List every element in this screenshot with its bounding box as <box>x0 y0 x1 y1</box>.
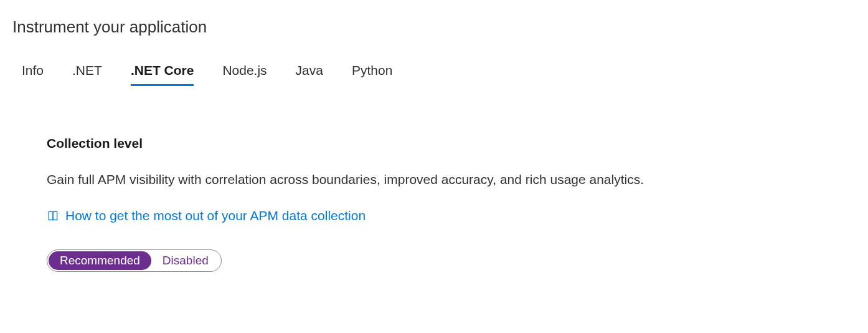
collection-level-section: Collection level Gain full APM visibilit… <box>47 136 856 272</box>
tab-net-core[interactable]: .NET Core <box>131 63 194 86</box>
page-title: Instrument your application <box>12 17 856 37</box>
toggle-recommended[interactable]: Recommended <box>49 251 151 270</box>
tab-python[interactable]: Python <box>352 63 392 86</box>
book-icon <box>47 210 59 222</box>
tab-info[interactable]: Info <box>22 63 44 86</box>
tab-java[interactable]: Java <box>296 63 323 86</box>
doc-link-apm[interactable]: How to get the most out of your APM data… <box>65 208 366 223</box>
toggle-disabled[interactable]: Disabled <box>151 251 220 270</box>
doc-link-row: How to get the most out of your APM data… <box>47 208 856 223</box>
section-heading: Collection level <box>47 136 856 151</box>
tabs-container: Info .NET .NET Core Node.js Java Python <box>22 63 856 86</box>
tab-net[interactable]: .NET <box>72 63 102 86</box>
tab-nodejs[interactable]: Node.js <box>222 63 267 86</box>
section-description: Gain full APM visibility with correlatio… <box>47 172 856 187</box>
collection-level-toggle: Recommended Disabled <box>47 249 222 272</box>
